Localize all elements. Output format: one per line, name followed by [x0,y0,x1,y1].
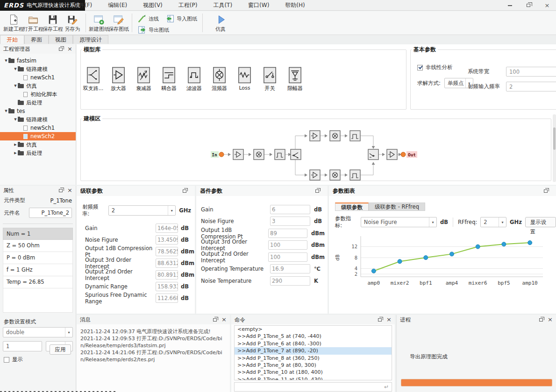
param-item-f[interactable]: f = 1 GHz [3,264,73,276]
float-panel-icon[interactable] [315,189,319,193]
lib-filter[interactable]: 滤波器 [187,67,201,92]
param-mode-combobox[interactable]: double▾ [3,327,73,337]
cascade-oip2-value[interactable]: 80.8913 [156,270,178,280]
schematic-combiner[interactable] [368,149,378,160]
param-item-num[interactable]: Num = 1 [3,228,73,240]
float-panel-icon[interactable] [544,189,548,193]
tree-node-init-script[interactable]: 初始化脚本 [0,90,76,98]
chart-tab-cascade[interactable]: 级联参数 [335,203,369,211]
schematic-splitter[interactable] [291,149,301,160]
tree-node-postprocess[interactable]: 后处理 [0,98,76,107]
lib-limiter[interactable]: 限幅器 [288,67,302,92]
close-panel-icon[interactable]: × [221,317,227,322]
close-panel-icon[interactable]: × [67,188,72,193]
float-panel-icon[interactable] [59,48,63,51]
tab-schematic-design[interactable]: 原理设计 [73,35,108,44]
schematic-filter[interactable] [275,149,285,160]
menu-file[interactable]: 文件(F) [65,0,100,11]
device-oip3-input[interactable]: 100 [268,240,307,250]
export-sheet-button[interactable]: 导出图纸 [135,25,171,35]
command-item-selected[interactable]: >>Add P_1Tone_7 at (890, -20) [235,347,392,354]
save-project-button[interactable]: 保存工程 [43,13,63,33]
restore-button[interactable] [522,1,535,10]
component-name-input[interactable] [29,208,72,218]
param-item-z[interactable]: Z = 50 Ohm [3,240,73,252]
schematic-filter-bottom[interactable] [350,170,360,180]
schematic-filter-top[interactable] [350,131,360,141]
show-checkbox[interactable] [4,357,9,363]
command-input[interactable] [235,383,381,391]
lib-attenuator[interactable]: 衰减器 [137,67,150,92]
message-log[interactable]: 2021-12-24 12:09:37 电气原理快速设计系统准备完成! 2021… [77,324,230,367]
indicator-combobox[interactable]: Noise Figure▾ [361,217,437,227]
tree-node-simulation-2[interactable]: ▶仿真 [0,140,76,149]
bandwidth-input[interactable] [506,67,556,77]
command-item[interactable]: >>Add P_1Tone_5 at (740, -440) [235,333,392,340]
cascade-p1db-value[interactable]: 78.5625 [156,247,178,256]
design-scrollbar[interactable] [553,114,556,182]
command-item[interactable]: >>Add P_1Tone_6 at (840, -300) [235,340,392,347]
rf-freq-combobox[interactable]: 2▾ [108,205,176,216]
menu-help[interactable]: 帮助(H) [277,0,313,11]
float-panel-icon[interactable] [183,189,186,193]
command-item[interactable]: >>Add P_1Tone_11 at (510, 430) [235,376,392,380]
device-optemp-input[interactable]: 16.9 [270,264,310,273]
rffreq-combobox[interactable]: 2▾ [480,217,506,227]
float-panel-icon[interactable] [539,318,543,322]
device-gain-input[interactable]: 6 [270,205,310,214]
command-item[interactable]: >>Add P_1Tone_8 at (360, 250) [235,355,392,362]
lib-amplifier[interactable]: 放大器 [112,67,125,92]
menu-view[interactable]: 视图(V) [135,0,171,11]
chart-tab-cascade-rffreq[interactable]: 级联参数 - RFfreq [369,203,425,211]
save-sheet-button[interactable]: 保存图纸 [109,13,128,33]
float-panel-icon[interactable] [59,189,63,192]
device-oip2-input[interactable]: 100 [268,252,307,262]
schematic-out-port[interactable]: Out [401,151,417,158]
tree-node-fastsim[interactable]: ▼fastsim [0,56,76,65]
tree-node-newsch1-2[interactable]: newSch1 [0,124,76,132]
close-panel-icon[interactable]: × [548,317,553,322]
tree-node-link-modeling-2[interactable]: ▼链路建模 [0,115,76,124]
tab-view[interactable]: 视图 [49,35,73,44]
menu-edit[interactable]: 编辑(E) [100,0,135,11]
command-item[interactable]: >>Add P_1Tone_10 at (180, 400) [235,369,392,376]
command-item[interactable]: <empty> [235,326,392,333]
rf-input-freq-input[interactable] [506,82,556,91]
nonlinear-analysis-checkbox[interactable] [417,65,423,70]
menu-project[interactable]: 工程(P) [171,0,206,11]
menu-window[interactable]: 窗口(W) [240,0,277,11]
tree-node-simulation[interactable]: ▼仿真 [0,82,76,90]
lib-loss[interactable]: Loss [238,67,251,92]
close-panel-icon[interactable]: × [67,46,72,52]
tree-node-link-modeling[interactable]: ▼链路建模 [0,65,76,73]
cascade-sfdr-value[interactable]: 112.668 [156,294,178,303]
new-project-button[interactable]: 新建工程 [4,13,23,33]
apply-button[interactable]: 应用 [50,344,71,355]
simulate-button[interactable]: 仿真 [211,13,230,33]
tree-node-newsch1[interactable]: newSch1 [0,73,76,82]
param-item-temp[interactable]: Temp = 26.85 [3,276,73,288]
tree-node-postprocess-2[interactable]: ▶后处理 [0,149,76,157]
device-nf-input[interactable]: 3 [270,217,310,226]
param-value-input[interactable] [3,341,42,351]
cascade-nf-value[interactable]: 13.4509 [156,235,178,245]
param-item-p[interactable]: P = 0 dBm [3,252,73,264]
command-item[interactable]: >>Add P_1Tone_9 at (80, 300) [235,362,392,369]
tab-start[interactable]: 开始 [0,35,24,44]
tree-node-newsch2-selected[interactable]: newSch2 [0,132,76,140]
open-project-button[interactable]: 打开工程 [23,13,43,33]
lib-dual-branch[interactable]: 双支路... [86,67,100,92]
new-sheet-button[interactable]: 新建图纸 [89,13,109,33]
lib-switch[interactable]: 开关 [263,67,277,92]
display-settings-button[interactable]: 显示设置 [525,217,556,227]
cascade-gain-value[interactable]: 164e-05 [156,224,178,233]
close-button[interactable]: × [541,1,553,10]
wire-button[interactable]: 连线 [135,14,161,24]
lib-mixer[interactable]: 混频器 [213,67,226,92]
tab-interface[interactable]: 界面 [24,35,49,44]
lib-coupler[interactable]: 耦合器 [162,67,176,92]
cascade-oip3-value[interactable]: 88.6312 [156,259,178,268]
float-panel-icon[interactable] [378,318,382,322]
float-panel-icon[interactable] [213,318,217,322]
scrollbar-thumb[interactable] [553,127,556,150]
